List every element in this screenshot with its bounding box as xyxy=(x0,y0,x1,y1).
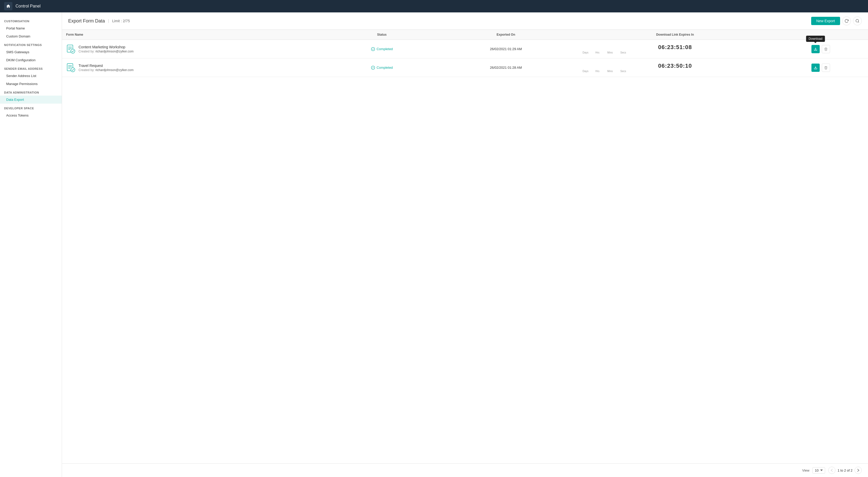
main-layout: CUSTOMISATION Portal Name Custom Domain … xyxy=(0,12,868,477)
header-actions: New Export xyxy=(811,17,862,25)
countdown-labels-1: Days Hrs Mins Secs xyxy=(581,51,769,54)
actions-cell-1: Download xyxy=(773,40,868,58)
countdown-cell-2: 06:23:50:10 Days Hrs Mins Secs xyxy=(577,58,773,77)
sidebar-section-title-sender-email: SENDER EMAIL ADDRESS xyxy=(0,64,62,72)
download-button-2[interactable] xyxy=(811,64,820,72)
sidebar-item-manage-permissions[interactable]: Manage Permissions xyxy=(0,80,62,88)
secs-label-1: Secs xyxy=(618,51,628,54)
actions-cell-2 xyxy=(773,58,868,77)
status-cell-1: Completed xyxy=(329,40,435,58)
days-label-2: Days xyxy=(581,70,590,72)
home-icon[interactable] xyxy=(4,2,12,10)
svg-line-1 xyxy=(858,22,859,23)
sidebar-section-sender-email: SENDER EMAIL ADDRESS Sender Address List… xyxy=(0,64,62,88)
exported-on-cell-2: 26/02/2021 01:28 AM xyxy=(435,58,577,77)
limit-text: Limit : 2/75 xyxy=(112,19,130,23)
countdown-value-1: 06:23:51:08 xyxy=(581,44,769,51)
sidebar-item-sender-address-list[interactable]: Sender Address List xyxy=(0,72,62,80)
sidebar-section-title-developer-space: DEVELOPER SPACE xyxy=(0,103,62,111)
download-tooltip-1: Download xyxy=(806,36,825,42)
col-form-name: Form Name xyxy=(62,30,329,40)
sidebar-item-portal-name[interactable]: Portal Name xyxy=(0,24,62,32)
status-label-2: Completed xyxy=(377,66,393,69)
header-divider: | xyxy=(108,19,109,23)
col-exported-on: Exported On xyxy=(435,30,577,40)
sidebar-item-sms-gateways[interactable]: SMS Gateways xyxy=(0,48,62,56)
top-nav: Control Panel xyxy=(0,0,868,12)
sep1-label-2 xyxy=(590,70,593,72)
status-badge-1: Completed xyxy=(333,47,431,51)
mins-label-1: Mins xyxy=(604,51,615,54)
search-button[interactable] xyxy=(853,17,862,25)
sep3-label-2 xyxy=(615,70,618,72)
sep1-label-1 xyxy=(590,51,593,54)
sidebar-section-title-data-admin: DATA ADMINISTRATION xyxy=(0,88,62,96)
form-name-text-1: Content Marketing Workshop Created by: r… xyxy=(79,45,133,53)
refresh-button[interactable] xyxy=(842,17,851,25)
days-label-1: Days xyxy=(581,51,590,54)
form-name-cell-1: Content Marketing Workshop Created by: r… xyxy=(62,40,329,58)
next-page-button[interactable] xyxy=(855,467,862,474)
status-badge-2: Completed xyxy=(333,66,431,70)
prev-page-button[interactable] xyxy=(828,467,835,474)
sidebar-section-customisation: CUSTOMISATION Portal Name Custom Domain xyxy=(0,17,62,40)
sidebar-section-data-admin: DATA ADMINISTRATION Data Export xyxy=(0,88,62,103)
per-page-select[interactable]: 10 25 50 xyxy=(812,467,825,474)
svg-point-13 xyxy=(71,68,75,72)
new-export-button[interactable]: New Export xyxy=(811,17,840,25)
form-creator-1: Created by: richardjohnson@zylker.com xyxy=(79,50,133,53)
delete-button-1[interactable] xyxy=(822,45,830,53)
content-header: Export Form Data | Limit : 2/75 New Expo… xyxy=(62,12,868,30)
hrs-label-2: Hrs xyxy=(593,70,602,72)
countdown-labels-2: Days Hrs Mins Secs xyxy=(581,70,769,72)
status-label-1: Completed xyxy=(377,47,393,51)
sidebar-section-title-customisation: CUSTOMISATION xyxy=(0,17,62,24)
table-row: Travel Request Created by: richardjohnso… xyxy=(62,58,868,77)
sep2-label-2 xyxy=(602,70,604,72)
table-container: Form Name Status Exported On Download Li… xyxy=(62,30,868,463)
table-row: Content Marketing Workshop Created by: r… xyxy=(62,40,868,58)
table-footer: View 10 25 50 1 to 2 of 2 xyxy=(62,463,868,477)
form-creator-2: Created by: richardjohnson@zylker.com xyxy=(79,68,133,72)
sep3-label-1 xyxy=(615,51,618,54)
sidebar-item-access-tokens[interactable]: Access Tokens xyxy=(0,111,62,119)
sidebar-section-developer-space: DEVELOPER SPACE Access Tokens xyxy=(0,103,62,119)
countdown-cell-1: 06:23:51:08 Days Hrs Mins Secs xyxy=(577,40,773,58)
countdown-value-2: 06:23:50:10 xyxy=(581,62,769,69)
svg-point-6 xyxy=(71,49,75,53)
sidebar-item-dkim[interactable]: DKIM Configuration xyxy=(0,56,62,64)
delete-button-2[interactable] xyxy=(822,64,830,72)
form-name-cell-2: Travel Request Created by: richardjohnso… xyxy=(62,58,329,77)
exported-on-cell-1: 26/02/2021 01:29 AM xyxy=(435,40,577,58)
download-tooltip-container-1: Download xyxy=(811,45,820,53)
app-title: Control Panel xyxy=(16,4,40,8)
sidebar-section-notification: NOTIFICATION SETTINGS SMS Gateways DKIM … xyxy=(0,40,62,64)
page-info: 1 to 2 of 2 xyxy=(838,469,852,472)
sidebar-item-data-export[interactable]: Data Export xyxy=(0,96,62,103)
exports-table: Form Name Status Exported On Download Li… xyxy=(62,30,868,77)
table-header-row: Form Name Status Exported On Download Li… xyxy=(62,30,868,40)
form-name-label-2: Travel Request xyxy=(79,64,133,68)
sep2-label-1 xyxy=(602,51,604,54)
mins-label-2: Mins xyxy=(604,70,615,72)
pagination-controls: 1 to 2 of 2 xyxy=(828,467,862,474)
sidebar-item-custom-domain[interactable]: Custom Domain xyxy=(0,32,62,40)
hrs-label-1: Hrs xyxy=(593,51,602,54)
form-name-label-1: Content Marketing Workshop xyxy=(79,45,133,49)
sidebar-section-title-notification: NOTIFICATION SETTINGS xyxy=(0,40,62,48)
page-title: Export Form Data xyxy=(68,18,105,24)
svg-point-0 xyxy=(856,19,859,22)
form-icon-2 xyxy=(66,63,75,72)
download-button-1[interactable] xyxy=(811,45,820,53)
col-expires: Download Link Expires In xyxy=(577,30,773,40)
sidebar: CUSTOMISATION Portal Name Custom Domain … xyxy=(0,12,62,477)
form-icon-1 xyxy=(66,44,75,54)
form-name-text-2: Travel Request Created by: richardjohnso… xyxy=(79,64,133,72)
content-area: Export Form Data | Limit : 2/75 New Expo… xyxy=(62,12,868,477)
status-cell-2: Completed xyxy=(329,58,435,77)
view-label: View xyxy=(802,469,809,472)
col-status: Status xyxy=(329,30,435,40)
secs-label-2: Secs xyxy=(618,70,628,72)
